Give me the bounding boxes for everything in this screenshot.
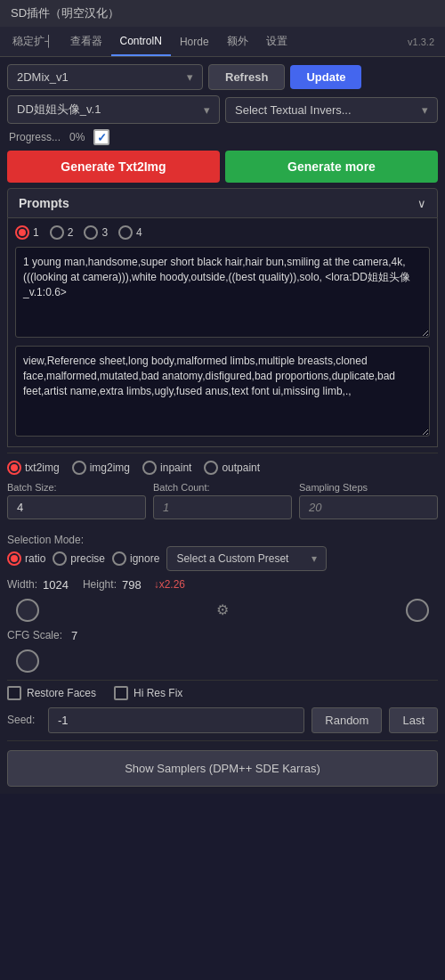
title-bar: SD插件（明空汉化） (0, 0, 445, 27)
prompt-area: 1 2 3 4 (7, 218, 438, 447)
tab-controlnet[interactable]: ControlN (111, 28, 171, 56)
lora-select[interactable]: DD姐姐头像_v.1 ▾ (7, 95, 220, 124)
width-slider-knob[interactable] (16, 599, 39, 622)
restore-faces-item[interactable]: Restore Faces (7, 686, 96, 700)
batch-count-input[interactable] (153, 495, 292, 519)
sampling-steps-input[interactable] (299, 495, 438, 519)
hi-res-fix-item[interactable]: Hi Res Fix (114, 686, 182, 700)
generate-more-button[interactable]: Generate more (225, 151, 438, 183)
mode-inpaint[interactable]: inpaint (142, 461, 191, 475)
mode-label-inpaint: inpaint (160, 461, 191, 474)
selection-ratio[interactable]: ratio (7, 551, 45, 566)
prompt-radio-3[interactable]: 3 (84, 225, 108, 240)
update-button[interactable]: Update (290, 65, 361, 89)
batch-size-group: Batch Size: (7, 482, 146, 519)
selection-ignore-label: ignore (130, 552, 159, 565)
height-slider-knob[interactable] (406, 599, 429, 622)
show-samplers-button[interactable]: Show Samplers (DPM++ SDE Karras) (7, 750, 438, 787)
divider-1 (7, 453, 438, 453)
selection-mode-section: Selection Mode: ratio precise ignore Sel… (7, 534, 438, 571)
batch-size-label: Batch Size: (7, 482, 146, 493)
prompt-radio-1[interactable]: 1 (15, 225, 39, 240)
mode-outpaint[interactable]: outpaint (204, 461, 260, 475)
height-label: Height: (83, 578, 117, 591)
prompt-radio-2[interactable]: 2 (50, 225, 74, 240)
extras-row: Restore Faces Hi Res Fix (7, 686, 438, 700)
batch-config-row: Batch Size: Batch Count: Sampling Steps (7, 482, 438, 527)
tab-horde[interactable]: Horde (171, 29, 218, 55)
positive-prompt-textarea[interactable] (15, 247, 430, 338)
selection-mode-row: ratio precise ignore Select a Custom Pre… (7, 546, 438, 571)
cfg-value: 7 (71, 629, 77, 642)
sampling-steps-label: Sampling Steps (299, 482, 438, 493)
generate-row: Generate Txt2Img Generate more (7, 151, 438, 183)
version-label: v1.3.2 (400, 31, 441, 53)
prompt-radio-circle-2 (50, 225, 64, 240)
mode-circle-txt2img (7, 461, 21, 475)
random-button[interactable]: Random (312, 707, 382, 733)
scale-label: ↓x2.26 (154, 578, 185, 591)
model-select-label: 2DMix_v1 (17, 70, 69, 84)
prompts-collapse-icon: ∨ (417, 197, 426, 210)
model-select-arrow: ▾ (187, 70, 193, 84)
width-group: Width: 1024 (7, 578, 69, 592)
batch-count-group: Batch Count: (153, 482, 292, 519)
mode-label-img2img: img2img (90, 461, 130, 474)
selection-precise[interactable]: precise (53, 551, 105, 566)
selection-ratio-label: ratio (25, 552, 45, 565)
batch-count-label: Batch Count: (153, 482, 292, 493)
prompt-radio-circle-1 (15, 225, 29, 240)
restore-faces-label: Restore Faces (27, 687, 96, 699)
main-content: 2DMix_v1 ▾ Refresh Update DD姐姐头像_v.1 ▾ S… (0, 57, 445, 794)
tab-settings[interactable]: 设置 (257, 27, 296, 56)
width-label: Width: (7, 578, 37, 591)
hi-res-fix-checkbox[interactable] (114, 686, 128, 700)
tab-viewer[interactable]: 查看器 (61, 27, 111, 56)
progress-checkbox[interactable] (93, 129, 109, 145)
model-select[interactable]: 2DMix_v1 ▾ (7, 64, 203, 90)
generate-txt2img-button[interactable]: Generate Txt2Img (7, 151, 220, 183)
lora-select-label: DD姐姐头像_v.1 (17, 102, 101, 118)
seed-input[interactable] (48, 707, 304, 733)
cfg-row: CFG Scale: 7 (7, 629, 438, 642)
negative-prompt-textarea[interactable] (15, 346, 430, 437)
selection-ratio-circle (7, 551, 21, 566)
textual-select-label: Select Textual Invers... (235, 103, 352, 117)
selection-ignore[interactable]: ignore (112, 551, 159, 566)
slider-link-icon: ⚙ (216, 601, 229, 618)
mode-txt2img[interactable]: txt2img (7, 461, 60, 475)
height-group: Height: 798 ↓x2.26 (83, 578, 185, 592)
textual-select[interactable]: Select Textual Invers... ▾ (225, 97, 438, 123)
selection-precise-label: precise (70, 552, 105, 565)
batch-size-input[interactable] (7, 495, 146, 519)
last-button[interactable]: Last (389, 707, 438, 733)
prompt-radio-4[interactable]: 4 (118, 225, 142, 240)
model-row: 2DMix_v1 ▾ Refresh Update (7, 64, 438, 90)
prompt-radio-label-1: 1 (33, 226, 39, 239)
mode-circle-img2img (72, 461, 86, 475)
tab-extra[interactable]: 额外 (218, 27, 257, 56)
sampling-steps-group: Sampling Steps (299, 482, 438, 519)
mode-row: txt2img img2img inpaint outpaint (7, 461, 438, 475)
custom-preset-arrow: ▾ (312, 552, 317, 565)
seed-label: Seed: (7, 714, 41, 726)
restore-faces-checkbox[interactable] (7, 686, 21, 700)
textual-select-arrow: ▾ (422, 103, 428, 117)
custom-preset-select[interactable]: Select a Custom Preset ▾ (166, 546, 327, 571)
mode-img2img[interactable]: img2img (72, 461, 130, 475)
seed-row: Seed: Random Last (7, 707, 438, 733)
divider-2 (7, 680, 438, 681)
prompt-radio-label-3: 3 (101, 226, 108, 239)
app-title: SD插件（明空汉化） (11, 6, 119, 20)
selection-precise-circle (53, 551, 67, 566)
mode-label-txt2img: txt2img (25, 461, 60, 474)
prompt-radio-circle-3 (84, 225, 98, 240)
progress-row: Progress... 0% (7, 129, 438, 145)
cfg-slider-knob[interactable] (16, 649, 39, 673)
tab-stabilize[interactable]: 稳定扩┤ (4, 27, 61, 56)
refresh-button[interactable]: Refresh (208, 64, 285, 90)
prompts-section-header[interactable]: Prompts ∨ (7, 188, 438, 218)
cfg-slider-row (7, 649, 438, 673)
width-value: 1024 (43, 578, 69, 592)
divider-3 (7, 740, 438, 741)
